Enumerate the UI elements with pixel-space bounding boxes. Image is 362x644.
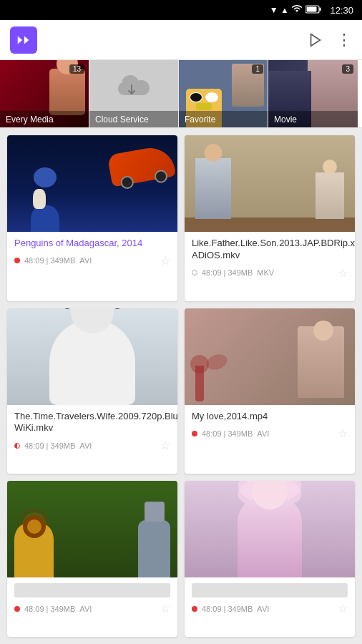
- meta-duration-my-love: 48:09 | 349MB: [202, 429, 253, 438]
- meta-duration-animated: 48:09 | 349MB: [24, 605, 75, 613]
- media-thumb-anime2: [185, 481, 355, 577]
- meta-left-like-father: 48:09 | 349MB MKV: [192, 268, 274, 277]
- media-card-penguins[interactable]: Penguins of Madagascar, 2014 48:09 | 349…: [7, 135, 177, 301]
- media-info-anime2: 48:09 | 349MB AVI ☆: [185, 577, 355, 623]
- media-meta-like-father: 48:09 | 349MB MKV ☆: [192, 266, 348, 280]
- category-item-every[interactable]: 13 Every Media: [0, 60, 89, 128]
- media-thumb-like-father: [185, 135, 355, 232]
- media-meta-time-traveler: 48:09 | 349MB AVI ☆: [14, 439, 170, 452]
- category-item-favorite[interactable]: 1 Favorite: [179, 60, 268, 128]
- meta-format-time-traveler: AVI: [79, 441, 92, 450]
- star-button-like-father[interactable]: ☆: [338, 266, 348, 280]
- meta-duration-anime2: 48:09 | 349MB: [202, 605, 253, 613]
- star-button-animated[interactable]: ☆: [160, 602, 170, 615]
- signal-icon: ▼: [270, 5, 278, 15]
- meta-left-time-traveler: 48:09 | 349MB AVI: [14, 441, 92, 450]
- battery-icon: [305, 5, 321, 15]
- meta-left-my-love: 48:09 | 349MB AVI: [192, 429, 269, 438]
- media-meta-anime2: 48:09 | 349MB AVI ☆: [192, 602, 348, 615]
- media-thumb-animated: [7, 481, 177, 577]
- media-title-anime2: [192, 583, 348, 597]
- star-button-my-love[interactable]: ☆: [338, 426, 348, 440]
- category-label-cloud: Cloud Service: [95, 114, 149, 125]
- category-overlay-movie: Movie: [268, 111, 358, 128]
- meta-format-my-love: AVI: [257, 429, 269, 438]
- media-title-time-traveler: The.Time.Travelers.Wife.2009.720p.BluRay…: [14, 411, 170, 435]
- category-label-favorite: Favorite: [185, 114, 215, 125]
- play-button[interactable]: [308, 32, 323, 48]
- media-title-animated: [14, 583, 170, 597]
- svg-rect-2: [307, 7, 317, 12]
- more-options-button[interactable]: ⋮: [336, 31, 352, 49]
- media-card-like-father[interactable]: Like.Father.Like.Son.2013.JAP.BDRip.x264…: [185, 135, 355, 301]
- media-meta-animated: 48:09 | 349MB AVI ☆: [14, 602, 170, 615]
- dot-icon-my-love: [192, 431, 197, 436]
- cloud-icon: [116, 75, 152, 107]
- media-meta-penguins: 48:09 | 349MB AVI ☆: [14, 254, 170, 268]
- category-row: 13 Every Media Cloud Service 1: [0, 60, 362, 128]
- category-overlay-favorite: Favorite: [179, 111, 268, 128]
- meta-duration-penguins: 48:09 | 349MB: [24, 256, 75, 265]
- meta-duration-like-father: 48:09 | 349MB: [202, 268, 253, 277]
- media-title-like-father: Like.Father.Like.Son.2013.JAP.BDRip.x264…: [192, 238, 348, 262]
- category-overlay-cloud: Cloud Service: [89, 111, 178, 128]
- dot-icon-penguins: [14, 258, 20, 263]
- media-card-my-love[interactable]: My love,2014.mp4 48:09 | 349MB AVI ☆: [185, 308, 355, 474]
- category-label-every: Every Media: [6, 114, 54, 125]
- wifi-icon: [291, 5, 303, 16]
- media-card-anime2[interactable]: 48:09 | 349MB AVI ☆: [185, 481, 355, 637]
- status-icons: ▼ ▲ 12:30: [270, 5, 353, 16]
- media-thumb-penguins: [7, 135, 177, 232]
- status-time: 12:30: [330, 5, 353, 16]
- media-info-penguins: Penguins of Madagascar, 2014 48:09 | 349…: [7, 232, 177, 275]
- network-icon: ▲: [281, 6, 289, 14]
- media-grid: Penguins of Madagascar, 2014 48:09 | 349…: [0, 128, 362, 644]
- svg-rect-1: [320, 8, 321, 11]
- header-actions: ⋮: [308, 31, 352, 49]
- dot-icon-time-traveler: [14, 443, 20, 449]
- category-item-movie[interactable]: 3 Movie: [268, 60, 358, 128]
- star-button-penguins[interactable]: ☆: [160, 254, 170, 268]
- dot-icon-anime2: [192, 606, 197, 612]
- media-info-my-love: My love,2014.mp4 48:09 | 349MB AVI ☆: [185, 405, 355, 448]
- status-bar: ▼ ▲ 12:30: [0, 0, 362, 20]
- category-label-movie: Movie: [274, 114, 297, 125]
- media-thumb-time-traveler: [7, 308, 177, 405]
- meta-left-anime2: 48:09 | 349MB AVI: [192, 605, 269, 613]
- media-info-animated: 48:09 | 349MB AVI ☆: [7, 577, 177, 623]
- meta-left-penguins: 48:09 | 349MB AVI: [14, 256, 92, 265]
- media-title-my-love: My love,2014.mp4: [192, 411, 348, 423]
- category-badge-every: 13: [69, 64, 84, 74]
- meta-format-animated: AVI: [79, 605, 92, 613]
- meta-format-like-father: MKV: [257, 268, 274, 277]
- meta-format-penguins: AVI: [79, 256, 92, 265]
- svg-marker-3: [311, 34, 321, 46]
- star-button-time-traveler[interactable]: ☆: [160, 439, 170, 452]
- media-thumb-my-love: [185, 308, 355, 405]
- category-badge-movie: 3: [342, 64, 353, 74]
- media-info-time-traveler: The.Time.Travelers.Wife.2009.720p.BluRay…: [7, 405, 177, 460]
- category-badge-favorite: 1: [252, 64, 263, 74]
- dot-icon-animated: [14, 606, 20, 612]
- media-title-penguins: Penguins of Madagascar, 2014: [14, 238, 170, 250]
- category-item-cloud[interactable]: Cloud Service: [89, 60, 179, 128]
- meta-duration-time-traveler: 48:09 | 349MB: [24, 441, 75, 450]
- app-logo: [10, 26, 37, 54]
- media-card-time-traveler[interactable]: The.Time.Travelers.Wife.2009.720p.BluRay…: [7, 308, 177, 474]
- media-meta-my-love: 48:09 | 349MB AVI ☆: [192, 426, 348, 440]
- media-info-like-father: Like.Father.Like.Son.2013.JAP.BDRip.x264…: [185, 232, 355, 287]
- dot-icon-like-father: [192, 270, 197, 275]
- meta-format-anime2: AVI: [257, 605, 269, 613]
- media-card-animated[interactable]: 48:09 | 349MB AVI ☆: [7, 481, 177, 637]
- star-button-anime2[interactable]: ☆: [338, 602, 348, 615]
- app-header: ⋮: [0, 20, 362, 60]
- category-overlay-every: Every Media: [0, 111, 89, 128]
- meta-left-animated: 48:09 | 349MB AVI: [14, 605, 92, 613]
